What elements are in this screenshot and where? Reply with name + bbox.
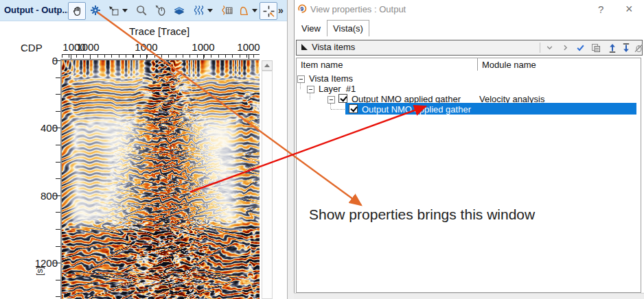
wiggle-traces-icon bbox=[193, 5, 205, 16]
seismic-gather-canvas[interactable] bbox=[62, 60, 260, 299]
section-move-down-icon[interactable] bbox=[621, 43, 631, 53]
tree-item-layer-1[interactable]: Layer #1 bbox=[319, 84, 356, 94]
column-header-item-name[interactable]: Item name bbox=[296, 58, 478, 71]
tree-connector bbox=[310, 93, 310, 99]
app-logo-icon: 9 bbox=[297, 3, 308, 14]
pan-hand-button[interactable] bbox=[68, 2, 86, 20]
chevron-down-icon bbox=[252, 9, 257, 12]
dialog-help-button[interactable]: ? bbox=[598, 3, 603, 15]
x-tick-label: 1000 bbox=[192, 41, 214, 53]
seismic-scroll-up-button[interactable] bbox=[262, 60, 273, 71]
x-tick-label: 1000 bbox=[76, 41, 99, 53]
y-major-tick bbox=[54, 60, 60, 61]
x-tick-label: 1000 bbox=[135, 41, 157, 53]
triangle-up-icon bbox=[264, 64, 270, 67]
toolbar-overflow-chevrons[interactable]: » bbox=[278, 5, 284, 16]
trace-table-button[interactable] bbox=[218, 2, 235, 19]
select-resize-icon bbox=[108, 5, 119, 16]
section-move-up-icon[interactable] bbox=[607, 43, 617, 53]
section-mouse-disabled-icon[interactable] bbox=[633, 43, 643, 53]
wiggle-dropdown[interactable] bbox=[207, 9, 213, 12]
svg-text:9: 9 bbox=[300, 5, 303, 12]
chevron-down-icon bbox=[207, 9, 213, 12]
x-tick-label: 1000 bbox=[237, 41, 260, 53]
y-major-tick bbox=[54, 195, 60, 196]
settings-button[interactable] bbox=[87, 2, 104, 19]
tree-connector bbox=[300, 83, 301, 89]
section-toolbar-separator bbox=[540, 43, 540, 53]
pane-gap bbox=[288, 0, 294, 299]
section-chevron-right-icon[interactable] bbox=[560, 43, 571, 53]
tree-item-output-nmo-child[interactable]: Output NMO applied gather bbox=[362, 104, 471, 115]
y-major-tick bbox=[54, 263, 60, 263]
tree-connector bbox=[331, 109, 345, 110]
select-mode-dropdown[interactable] bbox=[122, 9, 128, 12]
seismic-window-title: Output - Outp... bbox=[4, 5, 69, 15]
trace-table-icon bbox=[221, 5, 233, 16]
expander-output-nmo[interactable] bbox=[327, 96, 335, 104]
magnifier-icon bbox=[135, 4, 148, 16]
dialog-title: View properties : Output bbox=[310, 4, 406, 14]
select-mode-button[interactable] bbox=[105, 2, 122, 19]
annotation-text: Show properties brings this window bbox=[309, 206, 535, 223]
checkbox-output-nmo-parent[interactable] bbox=[338, 94, 347, 103]
corner-label-cdp: CDP bbox=[21, 42, 43, 53]
section-label: Vista items bbox=[312, 42, 355, 52]
tab-view[interactable]: View bbox=[297, 21, 325, 36]
amplitude-dropdown[interactable] bbox=[252, 9, 257, 12]
crosshair-icon bbox=[263, 5, 275, 17]
checkbox-output-nmo-child[interactable] bbox=[349, 104, 358, 113]
tree-item-vista-items[interactable]: Vista Items bbox=[309, 73, 353, 84]
layers-button[interactable] bbox=[171, 2, 187, 19]
dialog-footer-strip bbox=[294, 293, 644, 299]
layers-icon bbox=[173, 4, 185, 16]
section-copy-table-icon[interactable] bbox=[590, 43, 601, 53]
y-axis-unit-label: [s] bbox=[34, 266, 45, 276]
chevron-down-icon bbox=[122, 9, 128, 12]
dialog-close-button[interactable]: × bbox=[625, 2, 633, 16]
mouse-select-button[interactable] bbox=[152, 2, 169, 19]
y-major-tick bbox=[54, 128, 60, 128]
section-chevron-down-icon[interactable] bbox=[544, 43, 555, 53]
seismic-scrollbar-thumb[interactable] bbox=[262, 71, 273, 299]
section-check-icon[interactable] bbox=[575, 43, 586, 53]
tab-vistas[interactable]: Vista(s) bbox=[327, 20, 369, 36]
amplitude-shape-button[interactable] bbox=[236, 2, 253, 19]
section-collapse-triangle-icon bbox=[301, 44, 308, 50]
pan-hand-icon bbox=[71, 5, 83, 17]
expander-vista-items[interactable] bbox=[297, 75, 305, 83]
wiggle-traces-button[interactable] bbox=[190, 2, 207, 19]
x-axis-minor-ticks bbox=[62, 54, 260, 58]
expander-layer-1[interactable] bbox=[307, 86, 314, 93]
mouse-icon bbox=[154, 4, 167, 16]
crosshair-pick-button[interactable] bbox=[260, 2, 277, 20]
column-header-module-name[interactable]: Module name bbox=[477, 58, 641, 71]
gear-icon bbox=[90, 5, 101, 16]
x-axis-title: Trace [Trace] bbox=[129, 25, 189, 37]
zoom-button[interactable] bbox=[133, 2, 150, 19]
amplitude-shape-icon bbox=[239, 5, 251, 16]
tree-connector bbox=[330, 104, 331, 109]
